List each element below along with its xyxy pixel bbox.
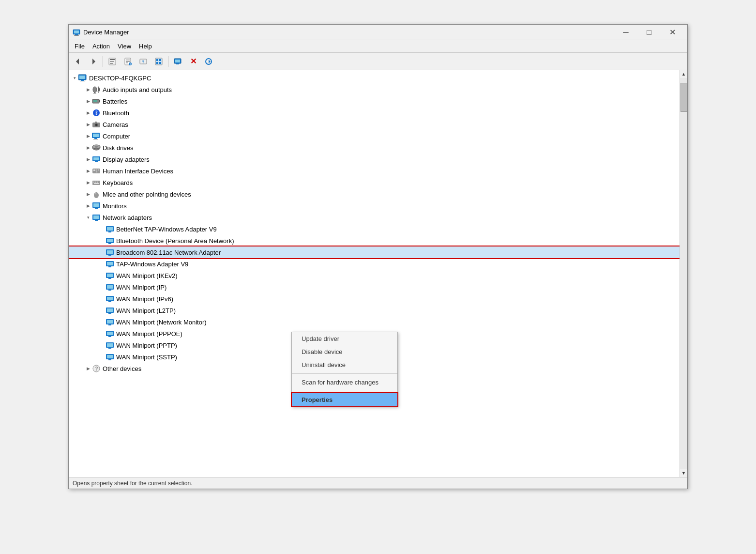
tree-hid[interactable]: ▶ Human Interface Devices [69, 165, 680, 177]
svg-point-32 [93, 87, 97, 92]
tree-betternet[interactable]: ▶ BetterNet TAP-Windows Adapter V9 [69, 223, 680, 235]
remove-button[interactable]: ✕ [186, 55, 200, 68]
maximize-button[interactable]: □ [638, 25, 660, 40]
monitors-label: Monitors [103, 202, 127, 210]
tree-keyboards[interactable]: ▶ Keyboards [69, 177, 680, 188]
tree-broadcom[interactable]: ▶ Broadcom 802.11ac Network Adapter [69, 246, 680, 258]
btpan-icon [106, 236, 114, 245]
menu-action[interactable]: Action [89, 42, 114, 51]
cameras-expand[interactable]: ▶ [84, 121, 92, 128]
computer-label: Computer [103, 133, 130, 140]
hid-label: Human Interface Devices [103, 168, 173, 175]
tree-root[interactable]: ▾ DESKTOP-4FQKGPC [69, 72, 680, 84]
tree-disk[interactable]: ▶ Disk drives [69, 142, 680, 154]
svg-rect-12 [126, 61, 130, 62]
ctx-properties[interactable]: Properties [292, 393, 397, 406]
close-button[interactable]: ✕ [661, 25, 683, 40]
svg-rect-109 [108, 359, 111, 360]
svg-rect-63 [94, 183, 99, 184]
keyboards-expand[interactable]: ▶ [84, 179, 92, 186]
tree-computer[interactable]: ▶ Computer [69, 130, 680, 142]
scroll-thumb[interactable] [680, 83, 687, 112]
scroll-track[interactable] [680, 78, 687, 469]
svg-rect-72 [93, 215, 99, 219]
tree-panel[interactable]: ▾ DESKTOP-4FQKGPC ▶ [69, 70, 680, 477]
app-icon [73, 29, 80, 36]
menu-help[interactable]: Help [135, 42, 156, 51]
scroll-down-arrow[interactable]: ▼ [680, 469, 688, 477]
tree-display[interactable]: ▶ Display adapters [69, 154, 680, 165]
keyboards-icon [92, 178, 101, 187]
svg-rect-25 [176, 63, 179, 64]
batteries-label: Batteries [103, 98, 127, 105]
wan-ikev2-label: WAN Miniport (IKEv2) [116, 272, 178, 279]
monitors-expand[interactable]: ▶ [84, 202, 92, 210]
svg-rect-56 [96, 169, 97, 170]
disk-expand[interactable]: ▶ [84, 144, 92, 152]
tree-wan-netmon[interactable]: ▶ WAN Miniport (Network Monitor) [69, 316, 680, 328]
computer-expand[interactable]: ▶ [84, 132, 92, 140]
tree-bluetooth-pan[interactable]: ▶ Bluetooth Device (Personal Area Networ… [69, 235, 680, 246]
svg-text:?: ? [130, 62, 131, 65]
svg-marker-4 [76, 59, 79, 64]
tree-wan-ipv6[interactable]: ▶ WAN Miniport (IPv6) [69, 293, 680, 305]
bluetooth-label: Bluetooth [103, 109, 129, 117]
wan-sstp-icon [106, 353, 114, 361]
ctx-disable-device[interactable]: Disable device [292, 345, 397, 358]
vertical-scrollbar[interactable]: ▲ ▼ [680, 70, 687, 477]
monitor-button[interactable] [170, 55, 185, 68]
monitors-icon [92, 201, 101, 210]
menu-view[interactable]: View [114, 42, 135, 51]
tree-wan-ikev2[interactable]: ▶ WAN Miniport (IKEv2) [69, 270, 680, 281]
wan-netmon-icon [106, 318, 114, 326]
btpan-label: Bluetooth Device (Personal Area Network) [116, 237, 234, 245]
tree-bluetooth[interactable]: ▶ ᛒ Bluetooth [69, 107, 680, 119]
ctx-uninstall-device[interactable]: Uninstall device [292, 358, 397, 371]
tree-cameras[interactable]: ▶ Cameras [69, 119, 680, 130]
ctx-update-driver[interactable]: Update driver [292, 332, 397, 345]
back-button[interactable] [71, 55, 85, 68]
batteries-expand[interactable]: ▶ [84, 97, 92, 105]
properties-button[interactable]: ? [121, 55, 135, 68]
bluetooth-expand[interactable]: ▶ [84, 109, 92, 117]
forward-button[interactable] [86, 55, 101, 68]
tree-wan-ip[interactable]: ▶ WAN Miniport (IP) [69, 281, 680, 293]
root-expand[interactable]: ▾ [71, 74, 78, 82]
mice-expand[interactable]: ▶ [84, 190, 92, 198]
display-icon [92, 155, 101, 164]
bluetooth-icon: ᛒ [92, 108, 101, 117]
tree-monitors[interactable]: ▶ Monitors [69, 200, 680, 212]
audio-label: Audio inputs and outputs [103, 86, 172, 93]
svg-rect-78 [107, 239, 113, 242]
svg-rect-43 [95, 122, 97, 123]
svg-rect-2 [75, 34, 78, 35]
broadcom-icon [106, 248, 114, 257]
audio-expand[interactable]: ▶ [84, 86, 92, 93]
display-expand[interactable]: ▶ [84, 155, 92, 163]
svg-rect-19 [156, 59, 158, 61]
svg-rect-105 [107, 343, 113, 347]
tree-mice[interactable]: ▶ Mice and other pointing devices [69, 188, 680, 200]
minimize-button[interactable]: ─ [615, 25, 637, 40]
hid-expand[interactable]: ▶ [84, 167, 92, 175]
scroll-up-arrow[interactable]: ▲ [680, 70, 688, 78]
tree-wan-l2tp[interactable]: ▶ WAN Miniport (L2TP) [69, 305, 680, 316]
scan-button[interactable] [201, 55, 216, 68]
help-button[interactable]: ? [136, 55, 151, 68]
tree-tap[interactable]: ▶ TAP-Windows Adapter V9 [69, 258, 680, 270]
network-expand[interactable]: ▾ [84, 214, 92, 221]
svg-rect-47 [93, 139, 98, 139]
tree-view-button[interactable] [105, 55, 120, 68]
svg-rect-85 [108, 266, 111, 267]
svg-rect-7 [110, 59, 115, 60]
menu-file[interactable]: File [71, 42, 89, 51]
svg-rect-90 [107, 285, 113, 289]
other-expand[interactable]: ▶ [84, 365, 92, 372]
hid-icon [92, 167, 101, 175]
tree-batteries[interactable]: ▶ Batteries [69, 95, 680, 107]
wan-netmon-label: WAN Miniport (Network Monitor) [116, 319, 207, 326]
tree-network[interactable]: ▾ Network adapters [69, 212, 680, 223]
tree-audio[interactable]: ▶ Audio inputs and outputs [69, 84, 680, 95]
ctx-scan-hardware[interactable]: Scan for hardware changes [292, 376, 397, 389]
show-hidden-button[interactable] [151, 55, 166, 68]
